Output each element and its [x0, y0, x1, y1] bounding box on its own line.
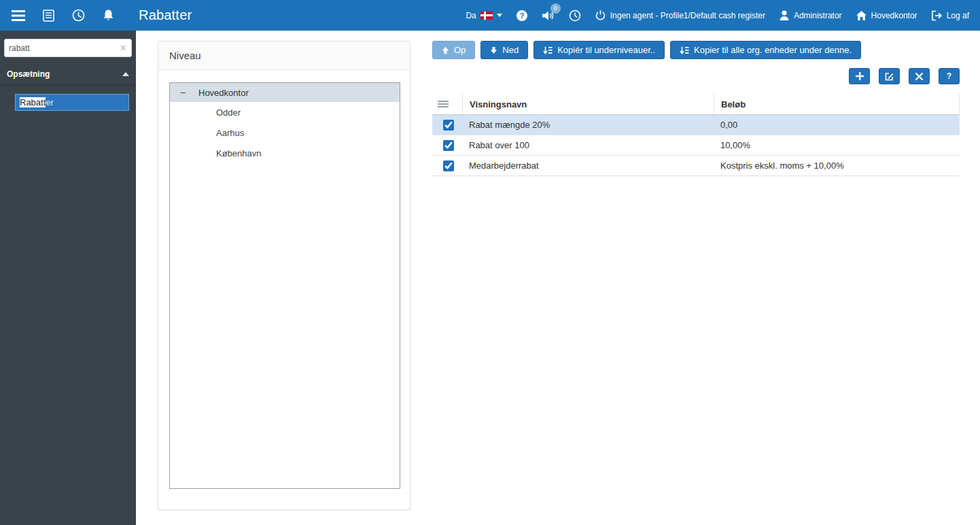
sidebar-item-rabatter[interactable]: Rabatter [15, 94, 129, 111]
journal-icon[interactable] [41, 8, 56, 23]
sidebar-section-opsaetning[interactable]: Opsætning [0, 64, 136, 86]
table-row[interactable]: Medarbejderrabat Kostpris ekskl. moms + … [432, 156, 960, 176]
language-label: Da [466, 11, 476, 20]
organization-label: Hovedkontor [871, 11, 917, 20]
edit-button[interactable] [879, 68, 900, 84]
danish-flag-icon [480, 12, 493, 20]
sidebar: ✕ Opsætning Rabatter [0, 31, 136, 525]
clock-icon[interactable] [71, 8, 86, 23]
table-row[interactable]: Rabat over 100 10,00% [432, 135, 960, 156]
row-name: Medarbejderrabat [462, 156, 714, 175]
tree-node-label: København [216, 148, 262, 158]
column-header-visningsnavn[interactable]: Visningsnavn [462, 94, 714, 114]
tree-node-label: Hovedkontor [198, 88, 249, 98]
page-title: Rabatter [139, 7, 192, 23]
move-down-button[interactable]: Ned [480, 41, 528, 59]
logout-icon [931, 10, 943, 21]
search-match-text: Rabatt [20, 97, 46, 107]
list-lines-icon [438, 99, 449, 109]
user-icon [779, 10, 790, 21]
bell-icon[interactable] [101, 8, 116, 23]
timer-icon[interactable] [569, 10, 581, 22]
agent-status[interactable]: Ingen agent - Profile1/Default cash regi… [595, 10, 765, 21]
table-row[interactable]: Rabat mængde 20% 0,00 [432, 115, 960, 135]
tree-node-child[interactable]: København [170, 143, 400, 163]
row-amount: 0,00 [714, 115, 960, 135]
row-name: Rabat mængde 20% [462, 115, 714, 135]
x-icon [915, 73, 923, 80]
copy-to-all-orgs-button[interactable]: Kopier til alle org. enheder under denne… [670, 41, 861, 59]
question-icon: ? [947, 71, 951, 81]
organization-menu[interactable]: Hovedkontor [856, 10, 917, 21]
plus-icon [856, 72, 864, 80]
home-icon [856, 10, 867, 21]
add-button[interactable] [849, 68, 870, 84]
table-header: Visningsnavn Beløb [432, 94, 960, 115]
delete-button[interactable] [909, 68, 930, 84]
copy-sort-icon [680, 46, 689, 54]
arrow-up-icon [442, 46, 449, 54]
help-button[interactable]: ? [939, 68, 960, 84]
copy-sort-icon [543, 46, 553, 54]
search-clear-icon[interactable]: ✕ [120, 44, 127, 52]
pencil-square-icon [885, 72, 894, 81]
sidebar-search: ✕ [4, 39, 132, 57]
tree-node-child[interactable]: Odder [170, 102, 400, 122]
chevron-down-icon [497, 14, 502, 17]
tree-node-label: Aarhus [216, 128, 244, 138]
svg-text:?: ? [519, 12, 524, 20]
logout-label: Log af [947, 11, 969, 20]
row-amount: 10,00% [714, 135, 960, 155]
power-icon [595, 10, 606, 21]
menu-icon[interactable] [11, 8, 26, 23]
tree-node-hovedkontor[interactable]: − Hovedkontor [170, 83, 400, 102]
topbar: Rabatter Da ? 0 Ingen agent - Profile1/D… [0, 0, 980, 31]
record-actions: ? [432, 68, 960, 84]
help-icon[interactable]: ? [516, 10, 528, 22]
copy-to-sublevels-button[interactable]: Kopiér til underniveauer.. [533, 41, 665, 59]
niveau-panel: Niveau − Hovedkontor Odder Aarhus Københ… [158, 41, 410, 510]
move-up-button[interactable]: Op [432, 41, 475, 59]
collapse-caret-icon [122, 72, 129, 76]
niveau-panel-title: Niveau [158, 41, 410, 70]
user-label: Administrator [794, 11, 842, 20]
notification-badge: 0 [550, 3, 561, 14]
user-menu[interactable]: Administrator [779, 10, 842, 21]
row-checkbox[interactable] [443, 120, 454, 131]
search-rest-text: er [46, 97, 54, 107]
tree-node-child[interactable]: Aarhus [170, 122, 400, 143]
agent-label: Ingen agent - Profile1/Default cash regi… [610, 11, 765, 20]
main-content: Op Ned Kopiér til underniveauer.. Kopier… [432, 41, 960, 176]
row-checkbox[interactable] [443, 140, 454, 151]
row-checkbox[interactable] [443, 160, 454, 171]
tree-collapse-icon[interactable]: − [178, 87, 188, 98]
language-selector[interactable]: Da [466, 11, 502, 20]
discounts-table: Visningsnavn Beløb Rabat mængde 20% 0,00… [432, 94, 960, 176]
org-tree: − Hovedkontor Odder Aarhus København [169, 82, 400, 489]
row-amount: Kostpris ekskl. moms + 10,00% [714, 156, 960, 175]
tree-node-label: Odder [216, 107, 241, 118]
toolbar: Op Ned Kopiér til underniveauer.. Kopier… [432, 41, 960, 59]
search-input[interactable] [9, 44, 120, 53]
select-column-header[interactable] [432, 94, 462, 114]
row-name: Rabat over 100 [462, 135, 714, 155]
arrow-down-icon [490, 46, 497, 54]
logout-button[interactable]: Log af [931, 10, 969, 21]
section-label: Opsætning [7, 69, 50, 79]
volume-icon[interactable]: 0 [542, 10, 555, 21]
column-header-beloeb[interactable]: Beløb [714, 94, 959, 114]
